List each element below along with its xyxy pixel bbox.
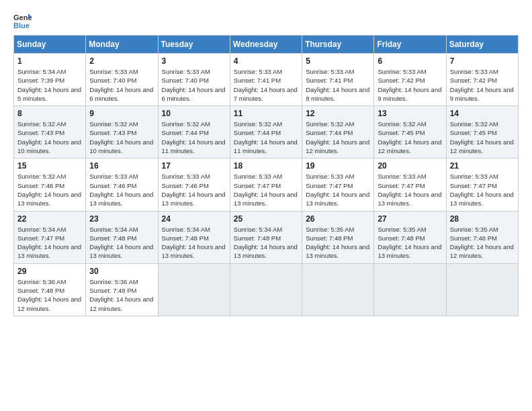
- col-header-tuesday: Tuesday: [158, 36, 230, 54]
- day-number: 16: [89, 161, 154, 171]
- day-info: Sunrise: 5:33 AMSunset: 7:46 PMDaylight:…: [89, 172, 154, 208]
- daylight-label: Daylight: 14 hours and 13 minutes.: [162, 243, 226, 259]
- day-info: Sunrise: 5:33 AMSunset: 7:41 PMDaylight:…: [234, 67, 298, 103]
- sunrise-label: Sunrise: 5:33 AM: [306, 68, 354, 75]
- calendar-cell: 26Sunrise: 5:35 AMSunset: 7:48 PMDayligh…: [302, 211, 374, 263]
- daylight-label: Daylight: 14 hours and 10 minutes.: [17, 138, 81, 154]
- sunrise-label: Sunrise: 5:32 AM: [234, 120, 282, 128]
- daylight-label: Daylight: 14 hours and 12 minutes.: [450, 243, 514, 259]
- calendar-cell: 15Sunrise: 5:32 AMSunset: 7:46 PMDayligh…: [14, 158, 86, 211]
- sunrise-label: Sunrise: 5:33 AM: [89, 173, 138, 180]
- day-number: 11: [234, 109, 298, 118]
- sunset-label: Sunset: 7:48 PM: [89, 234, 136, 242]
- sunset-label: Sunset: 7:47 PM: [17, 234, 64, 242]
- day-number: 15: [17, 161, 82, 171]
- sunset-label: Sunset: 7:47 PM: [378, 182, 425, 189]
- sunset-label: Sunset: 7:44 PM: [162, 129, 209, 136]
- sunrise-label: Sunrise: 5:33 AM: [234, 68, 282, 75]
- sunrise-label: Sunrise: 5:35 AM: [306, 226, 354, 233]
- day-info: Sunrise: 5:35 AMSunset: 7:48 PMDaylight:…: [378, 225, 442, 261]
- calendar-cell: 4Sunrise: 5:33 AMSunset: 7:41 PMDaylight…: [230, 54, 302, 106]
- sunrise-label: Sunrise: 5:33 AM: [378, 173, 426, 180]
- calendar-cell: [374, 263, 446, 316]
- calendar-cell: 10Sunrise: 5:32 AMSunset: 7:44 PMDayligh…: [158, 106, 230, 158]
- sunset-label: Sunset: 7:47 PM: [234, 182, 281, 189]
- col-header-friday: Friday: [374, 36, 446, 54]
- calendar-cell: [158, 263, 230, 316]
- day-info: Sunrise: 5:32 AMSunset: 7:44 PMDaylight:…: [162, 120, 226, 155]
- sunrise-label: Sunrise: 5:32 AM: [89, 120, 138, 128]
- day-number: 17: [162, 161, 226, 171]
- calendar-cell: 6Sunrise: 5:33 AMSunset: 7:42 PMDaylight…: [374, 54, 446, 106]
- calendar-week-5: 29Sunrise: 5:36 AMSunset: 7:48 PMDayligh…: [14, 263, 519, 316]
- daylight-label: Daylight: 14 hours and 12 minutes.: [17, 295, 81, 312]
- svg-text:Blue: Blue: [13, 21, 30, 30]
- sunset-label: Sunset: 7:41 PM: [306, 77, 353, 84]
- sunrise-label: Sunrise: 5:32 AM: [378, 120, 426, 128]
- day-number: 20: [378, 161, 442, 171]
- calendar-cell: 12Sunrise: 5:32 AMSunset: 7:44 PMDayligh…: [302, 106, 374, 158]
- calendar-cell: [230, 263, 302, 316]
- sunrise-label: Sunrise: 5:32 AM: [17, 173, 66, 180]
- sunrise-label: Sunrise: 5:32 AM: [450, 120, 498, 128]
- day-number: 27: [378, 214, 442, 224]
- daylight-label: Daylight: 14 hours and 11 minutes.: [234, 138, 298, 154]
- sunrise-label: Sunrise: 5:32 AM: [306, 120, 354, 128]
- daylight-label: Daylight: 14 hours and 9 minutes.: [450, 86, 514, 102]
- day-number: 30: [89, 267, 154, 276]
- calendar-cell: 16Sunrise: 5:33 AMSunset: 7:46 PMDayligh…: [86, 158, 158, 211]
- day-number: 2: [89, 56, 154, 66]
- day-info: Sunrise: 5:33 AMSunset: 7:47 PMDaylight:…: [306, 172, 370, 208]
- day-info: Sunrise: 5:34 AMSunset: 7:48 PMDaylight:…: [162, 225, 226, 261]
- sunrise-label: Sunrise: 5:34 AM: [162, 226, 210, 233]
- daylight-label: Daylight: 14 hours and 9 minutes.: [378, 86, 441, 102]
- day-info: Sunrise: 5:33 AMSunset: 7:47 PMDaylight:…: [378, 172, 442, 208]
- day-number: 24: [162, 214, 226, 224]
- day-number: 9: [89, 109, 154, 118]
- calendar-week-3: 15Sunrise: 5:32 AMSunset: 7:46 PMDayligh…: [14, 158, 519, 211]
- calendar-cell: 19Sunrise: 5:33 AMSunset: 7:47 PMDayligh…: [302, 158, 374, 211]
- daylight-label: Daylight: 14 hours and 12 minutes.: [378, 138, 441, 154]
- sunset-label: Sunset: 7:44 PM: [306, 129, 353, 136]
- daylight-label: Daylight: 14 hours and 5 minutes.: [17, 86, 81, 102]
- daylight-label: Daylight: 14 hours and 12 minutes.: [450, 138, 514, 154]
- sunrise-label: Sunrise: 5:34 AM: [234, 226, 282, 233]
- sunrise-label: Sunrise: 5:36 AM: [89, 278, 138, 285]
- calendar-week-1: 1Sunrise: 5:34 AMSunset: 7:39 PMDaylight…: [14, 54, 519, 106]
- sunset-label: Sunset: 7:41 PM: [234, 77, 281, 84]
- calendar-cell: 22Sunrise: 5:34 AMSunset: 7:47 PMDayligh…: [14, 211, 86, 263]
- calendar-cell: 13Sunrise: 5:32 AMSunset: 7:45 PMDayligh…: [374, 106, 446, 158]
- calendar-cell: 25Sunrise: 5:34 AMSunset: 7:48 PMDayligh…: [230, 211, 302, 263]
- sunset-label: Sunset: 7:48 PM: [450, 234, 497, 242]
- daylight-label: Daylight: 14 hours and 6 minutes.: [162, 86, 226, 102]
- sunrise-label: Sunrise: 5:33 AM: [162, 173, 210, 180]
- day-number: 6: [378, 56, 442, 66]
- sunset-label: Sunset: 7:46 PM: [162, 182, 209, 189]
- sunset-label: Sunset: 7:48 PM: [89, 287, 136, 294]
- day-number: 14: [450, 109, 515, 118]
- sunset-label: Sunset: 7:43 PM: [17, 129, 64, 136]
- daylight-label: Daylight: 14 hours and 13 minutes.: [89, 191, 153, 207]
- day-info: Sunrise: 5:34 AMSunset: 7:47 PMDaylight:…: [17, 225, 82, 261]
- day-number: 13: [378, 109, 442, 118]
- day-number: 23: [89, 214, 154, 224]
- day-info: Sunrise: 5:33 AMSunset: 7:46 PMDaylight:…: [162, 172, 226, 208]
- daylight-label: Daylight: 14 hours and 11 minutes.: [162, 138, 226, 154]
- calendar-week-4: 22Sunrise: 5:34 AMSunset: 7:47 PMDayligh…: [14, 211, 519, 263]
- day-number: 21: [450, 161, 515, 171]
- calendar-cell: 24Sunrise: 5:34 AMSunset: 7:48 PMDayligh…: [158, 211, 230, 263]
- col-header-saturday: Saturday: [446, 36, 518, 54]
- day-info: Sunrise: 5:34 AMSunset: 7:48 PMDaylight:…: [89, 225, 154, 261]
- sunrise-label: Sunrise: 5:33 AM: [450, 173, 498, 180]
- sunset-label: Sunset: 7:48 PM: [306, 234, 353, 242]
- calendar-cell: [446, 263, 518, 316]
- daylight-label: Daylight: 14 hours and 13 minutes.: [89, 243, 153, 259]
- sunset-label: Sunset: 7:45 PM: [378, 129, 425, 136]
- daylight-label: Daylight: 14 hours and 7 minutes.: [234, 86, 298, 102]
- day-info: Sunrise: 5:32 AMSunset: 7:44 PMDaylight:…: [234, 120, 298, 155]
- day-info: Sunrise: 5:33 AMSunset: 7:40 PMDaylight:…: [89, 67, 154, 103]
- calendar-cell: 29Sunrise: 5:36 AMSunset: 7:48 PMDayligh…: [14, 263, 86, 316]
- calendar-cell: 30Sunrise: 5:36 AMSunset: 7:48 PMDayligh…: [86, 263, 158, 316]
- daylight-label: Daylight: 14 hours and 13 minutes.: [234, 191, 298, 207]
- sunrise-label: Sunrise: 5:33 AM: [89, 68, 138, 75]
